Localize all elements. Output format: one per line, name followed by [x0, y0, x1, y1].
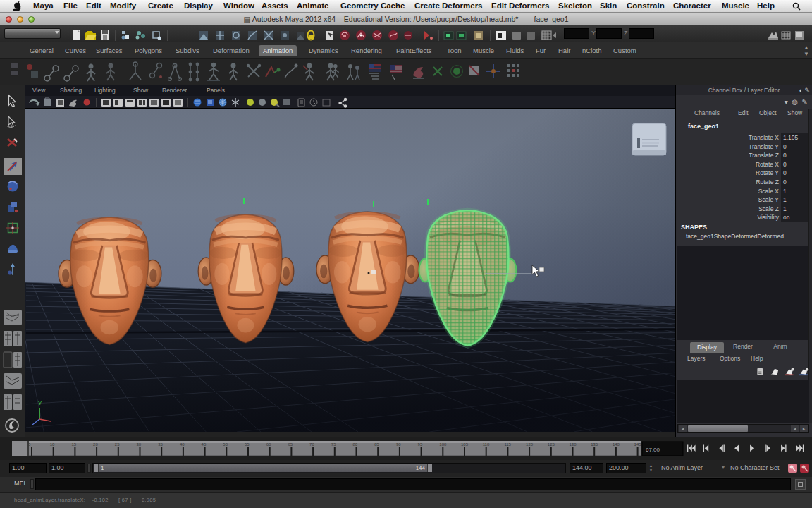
svg-text:30: 30: [137, 442, 142, 447]
svg-text:60: 60: [266, 442, 271, 447]
svg-text:105: 105: [461, 442, 469, 447]
svg-text:145: 145: [634, 442, 642, 447]
svg-text:Y: Y: [38, 400, 42, 406]
svg-text:120: 120: [526, 442, 534, 447]
svg-text:10: 10: [50, 442, 55, 447]
svg-text:65: 65: [288, 442, 293, 447]
svg-text:25: 25: [115, 442, 120, 447]
svg-text:90: 90: [396, 442, 401, 447]
svg-text:55: 55: [245, 442, 250, 447]
svg-text:110: 110: [483, 442, 490, 447]
svg-text:85: 85: [374, 442, 379, 447]
svg-text:15: 15: [71, 442, 76, 447]
svg-text:115: 115: [504, 442, 511, 447]
svg-text:135: 135: [591, 442, 598, 447]
svg-text:125: 125: [548, 442, 555, 447]
svg-text:80: 80: [353, 442, 358, 447]
svg-text:40: 40: [180, 442, 185, 447]
svg-text:130: 130: [570, 442, 577, 447]
svg-text:95: 95: [418, 442, 423, 447]
svg-text:70: 70: [309, 442, 314, 447]
svg-text:100: 100: [439, 442, 447, 447]
svg-text:140: 140: [613, 442, 620, 447]
svg-text:50: 50: [223, 442, 228, 447]
svg-text:45: 45: [202, 442, 207, 447]
svg-text:20: 20: [93, 442, 98, 447]
svg-text:75: 75: [331, 442, 336, 447]
svg-text:67.00: 67.00: [646, 447, 660, 453]
svg-text:35: 35: [158, 442, 163, 447]
